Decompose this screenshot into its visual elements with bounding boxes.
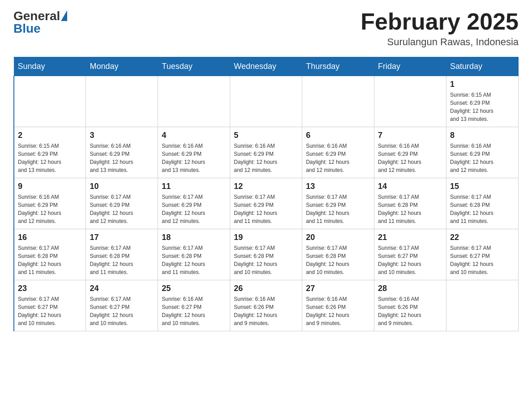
day-number: 18 (162, 233, 226, 242)
day-info: Sunrise: 6:17 AM Sunset: 6:29 PM Dayligh… (234, 193, 298, 225)
day-number: 14 (378, 182, 442, 191)
day-number: 24 (90, 284, 154, 293)
calendar-cell: 4Sunrise: 6:16 AM Sunset: 6:29 PM Daylig… (158, 127, 230, 178)
day-number: 1 (450, 80, 515, 89)
calendar-week-row: 9Sunrise: 6:16 AM Sunset: 6:29 PM Daylig… (14, 178, 519, 229)
calendar-cell: 21Sunrise: 6:17 AM Sunset: 6:27 PM Dayli… (374, 229, 446, 280)
calendar-cell (374, 76, 446, 127)
day-info: Sunrise: 6:16 AM Sunset: 6:27 PM Dayligh… (162, 295, 226, 327)
calendar-week-row: 2Sunrise: 6:15 AM Sunset: 6:29 PM Daylig… (14, 127, 519, 178)
day-info: Sunrise: 6:17 AM Sunset: 6:27 PM Dayligh… (18, 295, 82, 327)
header-wednesday: Wednesday (230, 57, 302, 76)
calendar-cell: 23Sunrise: 6:17 AM Sunset: 6:27 PM Dayli… (14, 280, 86, 331)
calendar-cell: 27Sunrise: 6:16 AM Sunset: 6:26 PM Dayli… (302, 280, 374, 331)
day-number: 15 (450, 182, 515, 191)
calendar-cell: 28Sunrise: 6:16 AM Sunset: 6:26 PM Dayli… (374, 280, 446, 331)
day-info: Sunrise: 6:17 AM Sunset: 6:27 PM Dayligh… (450, 244, 515, 276)
day-info: Sunrise: 6:17 AM Sunset: 6:27 PM Dayligh… (90, 295, 154, 327)
day-number: 7 (378, 131, 442, 140)
calendar-cell: 26Sunrise: 6:16 AM Sunset: 6:26 PM Dayli… (230, 280, 302, 331)
calendar-cell: 10Sunrise: 6:17 AM Sunset: 6:29 PM Dayli… (86, 178, 158, 229)
logo-text-blue: Blue (13, 21, 67, 36)
calendar-cell: 24Sunrise: 6:17 AM Sunset: 6:27 PM Dayli… (86, 280, 158, 331)
day-number: 3 (90, 131, 154, 140)
calendar-week-row: 16Sunrise: 6:17 AM Sunset: 6:28 PM Dayli… (14, 229, 519, 280)
day-number: 22 (450, 233, 515, 242)
day-number: 16 (18, 233, 82, 242)
day-number: 23 (18, 284, 82, 293)
title-area: February 2025 Surulangun Rawas, Indonesi… (360, 9, 519, 48)
day-info: Sunrise: 6:16 AM Sunset: 6:29 PM Dayligh… (378, 142, 442, 174)
calendar-cell: 14Sunrise: 6:17 AM Sunset: 6:28 PM Dayli… (374, 178, 446, 229)
calendar-cell (14, 76, 86, 127)
header-tuesday: Tuesday (158, 57, 230, 76)
calendar-cell: 1Sunrise: 6:15 AM Sunset: 6:29 PM Daylig… (446, 76, 519, 127)
header-sunday: Sunday (14, 57, 86, 76)
header: General Blue February 2025 Surulangun Ra… (13, 9, 519, 48)
calendar-cell: 6Sunrise: 6:16 AM Sunset: 6:29 PM Daylig… (302, 127, 374, 178)
day-info: Sunrise: 6:17 AM Sunset: 6:28 PM Dayligh… (450, 193, 515, 225)
calendar-cell: 22Sunrise: 6:17 AM Sunset: 6:27 PM Dayli… (446, 229, 519, 280)
calendar-cell: 9Sunrise: 6:16 AM Sunset: 6:29 PM Daylig… (14, 178, 86, 229)
day-number: 11 (162, 182, 226, 191)
calendar-cell: 16Sunrise: 6:17 AM Sunset: 6:28 PM Dayli… (14, 229, 86, 280)
day-number: 19 (234, 233, 298, 242)
calendar-table: SundayMondayTuesdayWednesdayThursdayFrid… (13, 57, 519, 331)
day-info: Sunrise: 6:16 AM Sunset: 6:29 PM Dayligh… (450, 142, 515, 174)
calendar-week-row: 23Sunrise: 6:17 AM Sunset: 6:27 PM Dayli… (14, 280, 519, 331)
day-info: Sunrise: 6:16 AM Sunset: 6:26 PM Dayligh… (306, 295, 370, 327)
day-info: Sunrise: 6:17 AM Sunset: 6:28 PM Dayligh… (306, 244, 370, 276)
day-info: Sunrise: 6:16 AM Sunset: 6:29 PM Dayligh… (306, 142, 370, 174)
day-info: Sunrise: 6:16 AM Sunset: 6:26 PM Dayligh… (234, 295, 298, 327)
day-info: Sunrise: 6:17 AM Sunset: 6:29 PM Dayligh… (306, 193, 370, 225)
calendar-cell (446, 280, 519, 331)
calendar-cell: 25Sunrise: 6:16 AM Sunset: 6:27 PM Dayli… (158, 280, 230, 331)
day-number: 10 (90, 182, 154, 191)
day-info: Sunrise: 6:17 AM Sunset: 6:28 PM Dayligh… (162, 244, 226, 276)
day-number: 27 (306, 284, 370, 293)
calendar-subtitle: Surulangun Rawas, Indonesia (360, 36, 519, 48)
logo-triangle-icon (61, 10, 67, 21)
day-info: Sunrise: 6:17 AM Sunset: 6:28 PM Dayligh… (18, 244, 82, 276)
calendar-cell: 20Sunrise: 6:17 AM Sunset: 6:28 PM Dayli… (302, 229, 374, 280)
calendar-cell: 7Sunrise: 6:16 AM Sunset: 6:29 PM Daylig… (374, 127, 446, 178)
day-info: Sunrise: 6:16 AM Sunset: 6:29 PM Dayligh… (162, 142, 226, 174)
calendar-cell (230, 76, 302, 127)
calendar-cell (158, 76, 230, 127)
calendar-cell: 18Sunrise: 6:17 AM Sunset: 6:28 PM Dayli… (158, 229, 230, 280)
day-number: 12 (234, 182, 298, 191)
calendar-cell: 11Sunrise: 6:17 AM Sunset: 6:29 PM Dayli… (158, 178, 230, 229)
day-info: Sunrise: 6:16 AM Sunset: 6:26 PM Dayligh… (378, 295, 442, 327)
day-info: Sunrise: 6:17 AM Sunset: 6:29 PM Dayligh… (162, 193, 226, 225)
calendar-cell: 15Sunrise: 6:17 AM Sunset: 6:28 PM Dayli… (446, 178, 519, 229)
day-info: Sunrise: 6:16 AM Sunset: 6:29 PM Dayligh… (18, 193, 82, 225)
header-friday: Friday (374, 57, 446, 76)
day-number: 4 (162, 131, 226, 140)
day-number: 21 (378, 233, 442, 242)
calendar-cell: 3Sunrise: 6:16 AM Sunset: 6:29 PM Daylig… (86, 127, 158, 178)
calendar-title: February 2025 (360, 9, 519, 34)
day-number: 17 (90, 233, 154, 242)
header-thursday: Thursday (302, 57, 374, 76)
header-saturday: Saturday (446, 57, 519, 76)
calendar-header-row: SundayMondayTuesdayWednesdayThursdayFrid… (14, 57, 519, 76)
day-info: Sunrise: 6:15 AM Sunset: 6:29 PM Dayligh… (18, 142, 82, 174)
day-info: Sunrise: 6:16 AM Sunset: 6:29 PM Dayligh… (90, 142, 154, 174)
day-number: 6 (306, 131, 370, 140)
day-number: 2 (18, 131, 82, 140)
day-info: Sunrise: 6:16 AM Sunset: 6:29 PM Dayligh… (234, 142, 298, 174)
header-monday: Monday (86, 57, 158, 76)
calendar-cell: 8Sunrise: 6:16 AM Sunset: 6:29 PM Daylig… (446, 127, 519, 178)
day-number: 9 (18, 182, 82, 191)
calendar-cell (86, 76, 158, 127)
day-info: Sunrise: 6:17 AM Sunset: 6:27 PM Dayligh… (378, 244, 442, 276)
day-number: 28 (378, 284, 442, 293)
calendar-cell: 2Sunrise: 6:15 AM Sunset: 6:29 PM Daylig… (14, 127, 86, 178)
day-number: 26 (234, 284, 298, 293)
day-number: 13 (306, 182, 370, 191)
day-info: Sunrise: 6:15 AM Sunset: 6:29 PM Dayligh… (450, 91, 515, 123)
day-info: Sunrise: 6:17 AM Sunset: 6:29 PM Dayligh… (90, 193, 154, 225)
calendar-cell: 12Sunrise: 6:17 AM Sunset: 6:29 PM Dayli… (230, 178, 302, 229)
calendar-week-row: 1Sunrise: 6:15 AM Sunset: 6:29 PM Daylig… (14, 76, 519, 127)
calendar-cell (302, 76, 374, 127)
